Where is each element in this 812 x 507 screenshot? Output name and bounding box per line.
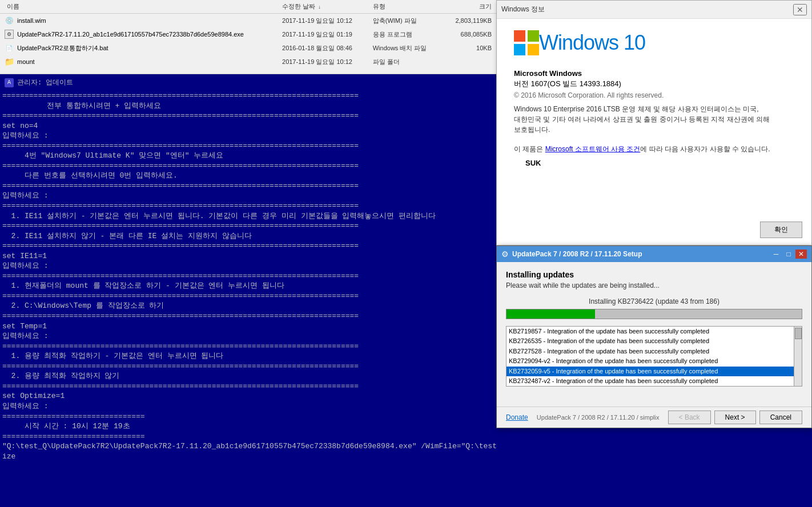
cmd-line: ========================================… [2, 141, 494, 151]
wim-icon: 💿 [5, 16, 14, 25]
back-button[interactable]: < Back [668, 411, 711, 424]
col-name-header[interactable]: 이름 [5, 2, 282, 11]
win10-logo-text: Windows 10 [539, 31, 645, 55]
svg-rect-1 [528, 30, 539, 42]
sort-indicator: ↓ [318, 4, 321, 10]
log-line: KB2726535 - Integration of the update ha… [507, 336, 802, 346]
cmd-line: 다른 번호를 선택하시려면 0번 입력하세요. [2, 171, 494, 181]
cmd-line: ize [2, 452, 494, 462]
folder-icon: 📁 [5, 57, 14, 66]
win-info-titlebar: Windows 정보 ✕ [497, 1, 811, 19]
win-info-close-button[interactable]: ✕ [793, 4, 807, 15]
progress-bar-fill [507, 309, 595, 319]
setup-body: Installing updates Please wait while the… [497, 262, 811, 400]
setup-title-left: ⚙ UpdatePack 7 / 2008 R2 / 17.11.20 Setu… [501, 250, 642, 259]
setup-close-button[interactable]: ✕ [795, 250, 807, 259]
file-row[interactable]: 💿 install.wim 2017-11-19 일요일 10:12 압축(WI… [0, 14, 496, 27]
cmd-line: 입력하세요 : [2, 401, 494, 412]
setup-dialog: ⚙ UpdatePack 7 / 2008 R2 / 17.11.20 Setu… [496, 246, 812, 428]
cmd-line: 2. IE11 설치하지 않기 - 본래 다른 IE 설치는 지원하지 않습니다 [2, 231, 494, 242]
log-line: KB2719857 - Integration of the update ha… [507, 327, 802, 336]
installing-label: Installing KB2736422 (update 43 from 186… [506, 297, 802, 305]
file-name: UpdatePack7R2-17.11.20_ab1c1e9d61710557b… [17, 31, 244, 38]
license-link[interactable]: Microsoft 소프트웨어 사용 조건 [545, 145, 641, 153]
cmd-icon: A [5, 78, 14, 87]
win-info-license-section: 이 제품은 Microsoft 소프트웨어 사용 조건에 따라 다음 사용자가 … [514, 144, 794, 167]
cmd-line: ========================================… [2, 381, 494, 392]
file-size: 10KB [441, 45, 492, 51]
next-button[interactable]: Next > [714, 411, 756, 424]
log-scrollbar[interactable] [794, 327, 802, 386]
cmd-line: ================================ [2, 432, 494, 442]
setup-subtext: Please wait while the updates are being … [506, 281, 802, 289]
cmd-line: ========================================… [2, 341, 494, 352]
donate-link[interactable]: Donate [506, 413, 528, 421]
exe-icon: ⚙ [5, 30, 14, 39]
cmd-line: ========================================… [2, 291, 494, 301]
file-name-cell: ⚙ UpdatePack7R2-17.11.20_ab1c1e9d6171055… [5, 30, 282, 39]
log-area: KB2719857 - Integration of the update ha… [506, 326, 802, 387]
cmd-line: 입력하세요 : [2, 191, 494, 201]
confirm-button[interactable]: 확인 [760, 222, 802, 238]
file-name: install.wim [17, 17, 46, 24]
cmd-line: ========================================… [2, 241, 494, 251]
cmd-line: 1. 현재폴더의 mount 를 작업장소로 하기 - 기본값은 엔터 누르시면… [2, 281, 494, 291]
cmd-line: 입력하세요 : [2, 261, 494, 271]
cmd-line: ========================================… [2, 181, 494, 191]
setup-title-text: UpdatePack 7 / 2008 R2 / 17.11.20 Setup [512, 250, 642, 258]
log-lines: KB2719857 - Integration of the update ha… [507, 327, 802, 386]
footer-buttons: < Back Next > Cancel [668, 411, 802, 424]
file-type: 압축(WIM) 파일 [373, 17, 441, 25]
col-type-header[interactable]: 유형 [373, 2, 441, 11]
cmd-line: 시작 시간 : 10시 12분 19초 [2, 421, 494, 432]
log-scroll-thumb[interactable] [795, 328, 802, 339]
col-date-header[interactable]: 수정한 날짜 ↓ [282, 2, 373, 11]
col-size-header[interactable]: 크기 [441, 2, 492, 11]
cmd-line: 4번 "Windows7 Ultimate K" 맞으면 "엔터" 누르세요 [2, 151, 494, 161]
file-name: mount [17, 58, 35, 65]
cmd-line: 전부 통합하시려면 + 입력하세요 [2, 101, 494, 111]
file-type: Windows 배치 파일 [373, 44, 441, 53]
cmd-line: 2. 용량 최적화 작업하지 않기 [2, 371, 494, 381]
file-date: 2017-11-19 일요일 10:12 [282, 58, 373, 66]
license-text: 이 제품은 Microsoft 소프트웨어 사용 조건에 따라 다음 사용자가 … [514, 144, 794, 154]
copyright-text: © 2016 Microsoft Corporation. All rights… [514, 91, 794, 99]
windows-info-panel: Windows 정보 ✕ Windows 10 Microsoft Window… [496, 0, 812, 246]
cmd-line: set no=4 [2, 121, 494, 131]
setup-maximize-button[interactable]: □ [783, 250, 794, 259]
log-line: KB2732487-v2 - Integration of the update… [507, 376, 802, 386]
setup-minimize-button[interactable]: ─ [770, 250, 782, 259]
svg-rect-2 [514, 44, 525, 55]
bat-icon: 📄 [5, 43, 14, 53]
cmd-line: ========================================… [2, 361, 494, 372]
log-line: KB2729094-v2 - Integration of the update… [507, 356, 802, 366]
cmd-admin-label: 관리자: 업데이트 [17, 78, 73, 87]
file-row[interactable]: ⚙ UpdatePack7R2-17.11.20_ab1c1e9d6171055… [0, 27, 496, 41]
cmd-line: set IE11=1 [2, 251, 494, 261]
windows-flag-icon [514, 30, 539, 55]
file-date: 2016-01-18 월요일 08:46 [282, 44, 373, 53]
cmd-line: set Temp=1 [2, 321, 494, 332]
version-text: 버전 1607(OS 빌드 14393.1884) [514, 79, 794, 89]
cmd-line: ========================================… [2, 111, 494, 121]
file-row[interactable]: 📄 UpdatePack7R2로통합하기4.bat 2016-01-18 월요일… [0, 41, 496, 55]
cmd-line: ========================================… [2, 271, 494, 281]
cmd-window: A 관리자: 업데이트 ============================… [0, 74, 496, 507]
cancel-button[interactable]: Cancel [759, 411, 802, 424]
file-name: UpdatePack7R2로통합하기4.bat [17, 44, 108, 53]
file-explorer: 이름 수정한 날짜 ↓ 유형 크기 💿 install.wim 2017-11-… [0, 0, 496, 74]
cmd-line: 1. IE11 설치하기 - 기본값은 엔터 누르시면 됩니다. 기본값이 다른… [2, 211, 494, 222]
file-date: 2017-11-19 일요일 10:12 [282, 17, 373, 25]
cmd-line: "Q:\test_Q\UpdatePack7R2\UpdatePack7R2-1… [2, 441, 494, 452]
cmd-line: 입력하세요 : [2, 331, 494, 341]
file-row[interactable]: 📁 mount 2017-11-19 일요일 10:12 파일 폴더 [0, 55, 496, 69]
file-size: 688,085KB [441, 31, 492, 38]
cmd-line: 2. C:\Windows\Temp 를 작업장소로 하기 [2, 301, 494, 311]
progress-bar-container [506, 309, 802, 319]
win-info-footer: 확인 [760, 222, 802, 238]
win-info-section-ms: Microsoft Windows 버전 1607(OS 빌드 14393.18… [514, 69, 794, 135]
file-name-cell: 💿 install.wim [5, 16, 282, 25]
cmd-titlebar: A 관리자: 업데이트 [2, 77, 494, 88]
setup-titlebar: ⚙ UpdatePack 7 / 2008 R2 / 17.11.20 Setu… [497, 246, 811, 262]
cmd-line: ========================================… [2, 161, 494, 171]
